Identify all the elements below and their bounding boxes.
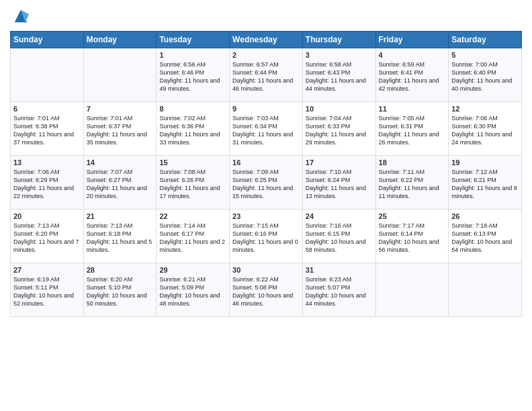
day-cell: 31Sunrise: 6:23 AM Sunset: 5:07 PM Dayli… [302,263,375,317]
day-number: 13 [13,158,81,167]
logo-icon [11,7,30,26]
day-cell: 4Sunrise: 6:59 AM Sunset: 6:41 PM Daylig… [375,48,449,102]
day-info: Sunrise: 7:01 AM Sunset: 6:38 PM Dayligh… [13,114,81,147]
day-cell: 17Sunrise: 7:10 AM Sunset: 6:24 PM Dayli… [302,156,375,210]
day-number: 22 [159,212,226,220]
day-number: 19 [451,158,519,167]
day-cell: 26Sunrise: 7:18 AM Sunset: 6:13 PM Dayli… [449,210,522,263]
day-cell: 11Sunrise: 7:05 AM Sunset: 6:31 PM Dayli… [375,102,449,156]
day-number: 11 [379,105,446,113]
day-cell: 10Sunrise: 7:04 AM Sunset: 6:33 PM Dayli… [302,102,375,156]
day-info: Sunrise: 7:08 AM Sunset: 6:26 PM Dayligh… [159,168,226,201]
day-cell: 14Sunrise: 7:07 AM Sunset: 6:27 PM Dayli… [83,156,157,210]
day-cell: 27Sunrise: 6:19 AM Sunset: 5:11 PM Dayli… [11,263,84,317]
day-info: Sunrise: 7:05 AM Sunset: 6:31 PM Dayligh… [379,114,446,147]
day-number: 26 [451,212,519,220]
day-number: 25 [379,212,446,220]
day-cell: 7Sunrise: 7:01 AM Sunset: 6:37 PM Daylig… [83,102,157,156]
day-header-thursday: Thursday [302,32,375,48]
day-number: 7 [87,105,154,113]
day-number: 14 [87,158,154,167]
day-info: Sunrise: 7:06 AM Sunset: 6:30 PM Dayligh… [451,114,519,147]
day-info: Sunrise: 7:12 AM Sunset: 6:21 PM Dayligh… [451,168,519,201]
day-cell: 6Sunrise: 7:01 AM Sunset: 6:38 PM Daylig… [11,102,84,156]
day-cell [449,263,522,317]
day-info: Sunrise: 6:19 AM Sunset: 5:11 PM Dayligh… [13,275,81,308]
day-info: Sunrise: 7:06 AM Sunset: 6:29 PM Dayligh… [13,168,81,201]
day-info: Sunrise: 7:03 AM Sunset: 6:34 PM Dayligh… [232,114,300,147]
day-info: Sunrise: 6:23 AM Sunset: 5:07 PM Dayligh… [306,275,373,308]
day-cell [11,48,84,102]
day-number: 30 [232,266,300,274]
day-cell: 29Sunrise: 6:21 AM Sunset: 5:09 PM Dayli… [157,263,230,317]
day-number: 4 [379,51,446,59]
day-header-monday: Monday [83,32,157,48]
day-number: 12 [451,105,519,113]
day-cell: 28Sunrise: 6:20 AM Sunset: 5:10 PM Dayli… [83,263,157,317]
day-cell: 24Sunrise: 7:16 AM Sunset: 6:15 PM Dayli… [302,210,375,263]
day-info: Sunrise: 7:16 AM Sunset: 6:15 PM Dayligh… [306,222,373,255]
day-cell: 23Sunrise: 7:15 AM Sunset: 6:16 PM Dayli… [230,210,303,263]
day-cell [375,263,449,317]
day-cell [83,48,157,102]
day-cell: 20Sunrise: 7:13 AM Sunset: 6:20 PM Dayli… [11,210,84,263]
day-info: Sunrise: 7:11 AM Sunset: 6:22 PM Dayligh… [379,168,446,201]
day-info: Sunrise: 7:13 AM Sunset: 6:18 PM Dayligh… [87,222,154,255]
logo [10,7,30,26]
calendar-table: SundayMondayTuesdayWednesdayThursdayFrid… [10,31,522,317]
header [10,7,522,26]
day-number: 17 [306,158,373,167]
day-cell: 18Sunrise: 7:11 AM Sunset: 6:22 PM Dayli… [375,156,449,210]
day-info: Sunrise: 6:21 AM Sunset: 5:09 PM Dayligh… [159,275,226,308]
day-info: Sunrise: 6:56 AM Sunset: 6:46 PM Dayligh… [159,60,226,93]
day-cell: 12Sunrise: 7:06 AM Sunset: 6:30 PM Dayli… [449,102,522,156]
day-number: 20 [13,212,81,220]
day-number: 2 [232,51,300,59]
day-number: 16 [232,158,300,167]
day-header-sunday: Sunday [11,32,84,48]
day-header-friday: Friday [375,32,449,48]
day-info: Sunrise: 7:00 AM Sunset: 6:40 PM Dayligh… [451,60,519,93]
day-info: Sunrise: 7:01 AM Sunset: 6:37 PM Dayligh… [87,114,154,147]
day-number: 21 [87,212,154,220]
week-row-4: 20Sunrise: 7:13 AM Sunset: 6:20 PM Dayli… [11,210,522,263]
day-number: 8 [159,105,226,113]
day-number: 15 [159,158,226,167]
day-info: Sunrise: 6:20 AM Sunset: 5:10 PM Dayligh… [87,275,154,308]
day-number: 23 [232,212,300,220]
day-cell: 19Sunrise: 7:12 AM Sunset: 6:21 PM Dayli… [449,156,522,210]
day-info: Sunrise: 7:17 AM Sunset: 6:14 PM Dayligh… [379,222,446,255]
week-row-3: 13Sunrise: 7:06 AM Sunset: 6:29 PM Dayli… [11,156,522,210]
day-header-wednesday: Wednesday [230,32,303,48]
day-info: Sunrise: 7:13 AM Sunset: 6:20 PM Dayligh… [13,222,81,255]
day-number: 29 [159,266,226,274]
day-number: 3 [306,51,373,59]
page-container: SundayMondayTuesdayWednesdayThursdayFrid… [0,0,532,324]
day-info: Sunrise: 7:15 AM Sunset: 6:16 PM Dayligh… [232,222,300,255]
week-row-1: 1Sunrise: 6:56 AM Sunset: 6:46 PM Daylig… [11,48,522,102]
day-cell: 30Sunrise: 6:22 AM Sunset: 5:08 PM Dayli… [230,263,303,317]
day-info: Sunrise: 7:18 AM Sunset: 6:13 PM Dayligh… [451,222,519,255]
header-row: SundayMondayTuesdayWednesdayThursdayFrid… [11,32,522,48]
day-info: Sunrise: 7:04 AM Sunset: 6:33 PM Dayligh… [306,114,373,147]
day-cell: 15Sunrise: 7:08 AM Sunset: 6:26 PM Dayli… [157,156,230,210]
week-row-5: 27Sunrise: 6:19 AM Sunset: 5:11 PM Dayli… [11,263,522,317]
day-header-tuesday: Tuesday [157,32,230,48]
day-info: Sunrise: 6:22 AM Sunset: 5:08 PM Dayligh… [232,275,300,308]
day-info: Sunrise: 7:07 AM Sunset: 6:27 PM Dayligh… [87,168,154,201]
day-info: Sunrise: 7:02 AM Sunset: 6:36 PM Dayligh… [159,114,226,147]
day-info: Sunrise: 7:10 AM Sunset: 6:24 PM Dayligh… [306,168,373,201]
day-number: 1 [159,51,226,59]
day-cell: 9Sunrise: 7:03 AM Sunset: 6:34 PM Daylig… [230,102,303,156]
day-cell: 16Sunrise: 7:09 AM Sunset: 6:25 PM Dayli… [230,156,303,210]
day-number: 31 [306,266,373,274]
day-number: 10 [306,105,373,113]
day-cell: 3Sunrise: 6:58 AM Sunset: 6:43 PM Daylig… [302,48,375,102]
day-number: 24 [306,212,373,220]
day-cell: 5Sunrise: 7:00 AM Sunset: 6:40 PM Daylig… [449,48,522,102]
day-info: Sunrise: 7:09 AM Sunset: 6:25 PM Dayligh… [232,168,300,201]
day-number: 6 [13,105,81,113]
day-cell: 13Sunrise: 7:06 AM Sunset: 6:29 PM Dayli… [11,156,84,210]
day-header-saturday: Saturday [449,32,522,48]
day-number: 18 [379,158,446,167]
